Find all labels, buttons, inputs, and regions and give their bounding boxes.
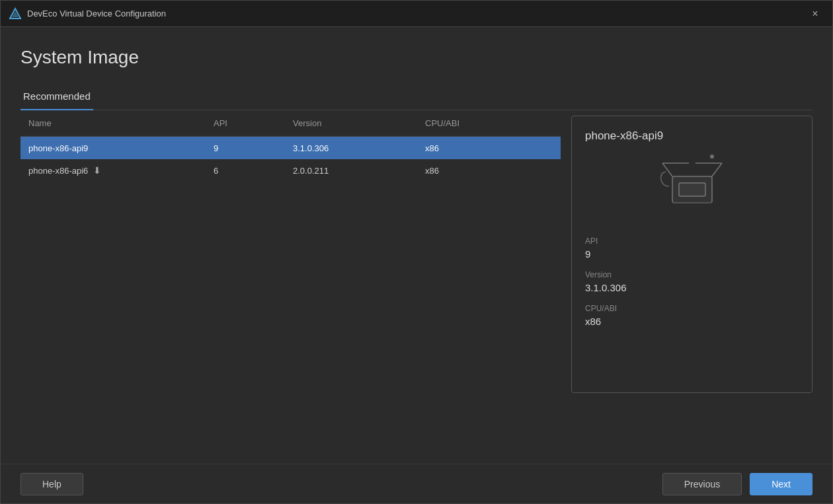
tab-recommended[interactable]: Recommended [20,84,93,110]
col-api: API [206,116,285,131]
next-button[interactable]: Next [750,473,813,495]
detail-panel: phone-x86-api9 [571,116,813,393]
svg-line-5 [712,163,722,176]
page-title: System Image [20,47,813,68]
titlebar: DevEco Virtual Device Configuration × [1,1,832,27]
footer: Help Previous Next [1,464,832,503]
footer-right: Previous Next [662,473,813,495]
svg-line-3 [662,163,672,176]
row1-name: phone-x86-api9 [20,141,206,156]
col-name: Name [20,116,206,131]
table-header: Name API Version CPU/ABI [20,110,561,137]
close-button[interactable]: × [806,5,824,23]
col-cpu: CPU/ABI [417,116,549,131]
help-button[interactable]: Help [20,473,83,495]
row1-version: 3.1.0.306 [285,141,417,156]
previous-button[interactable]: Previous [662,473,742,495]
svg-rect-7 [679,183,705,196]
detail-cpu-value: x86 [585,316,601,327]
table-row[interactable]: phone-x86-api9 9 3.1.0.306 x86 [20,137,561,159]
detail-api-label: API [585,236,598,246]
col-version: Version [285,116,417,131]
detail-cpu-label: CPU/ABI [585,304,617,313]
device-illustration [659,153,725,213]
main-content: System Image Recommended Name API Versio… [1,27,832,457]
row1-api: 9 [206,141,285,156]
detail-version-value: 3.1.0.306 [585,282,627,293]
tabs-container: Recommended [20,84,813,110]
table-area: Name API Version CPU/ABI phone-x86-api9 … [20,110,561,457]
row2-version: 2.0.0.211 [285,163,417,178]
table-row[interactable]: phone-x86-api6 ⬇ 6 2.0.0.211 x86 [20,159,561,182]
row2-name: phone-x86-api6 ⬇ [20,162,206,178]
row2-api: 6 [206,163,285,178]
row1-cpu: x86 [417,141,549,156]
main-area: Name API Version CPU/ABI phone-x86-api9 … [20,110,813,457]
table-body: phone-x86-api9 9 3.1.0.306 x86 phone-x86… [20,137,561,457]
app-icon [9,7,22,20]
detail-device-name: phone-x86-api9 [585,129,663,143]
detail-api-value: 9 [585,248,590,260]
row2-cpu: x86 [417,163,549,178]
footer-left: Help [20,473,662,495]
window-title: DevEco Virtual Device Configuration [27,9,806,18]
device-svg [659,153,725,213]
detail-version-label: Version [585,270,612,279]
window: DevEco Virtual Device Configuration × Sy… [0,0,833,504]
download-icon[interactable]: ⬇ [93,165,101,176]
